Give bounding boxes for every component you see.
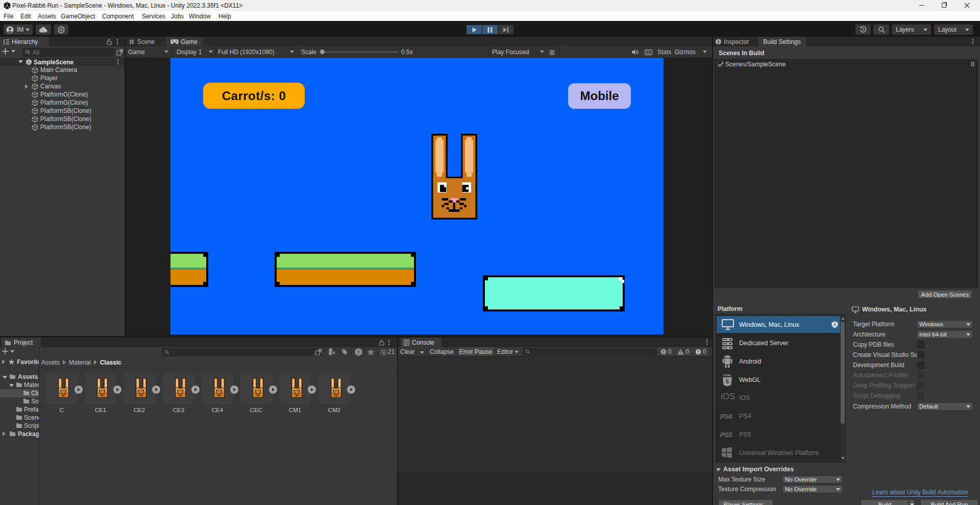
svg-text:5: 5 <box>726 378 729 384</box>
svg-text:HTML: HTML <box>723 374 732 377</box>
